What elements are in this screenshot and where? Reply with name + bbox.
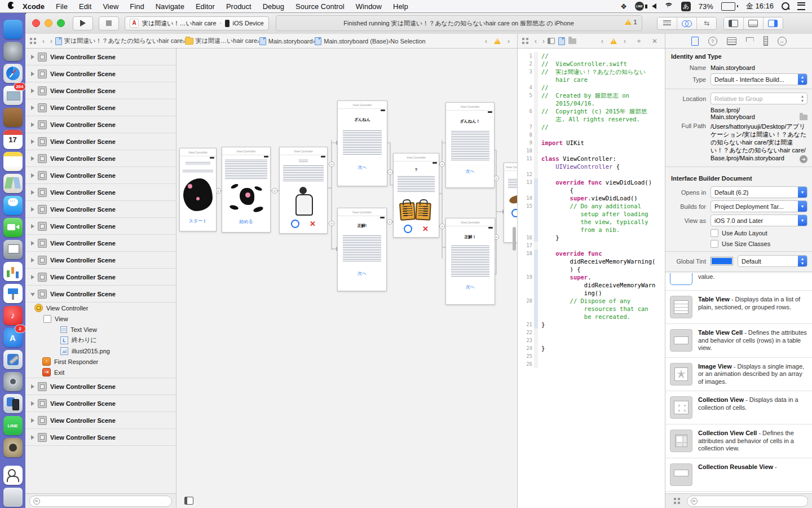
- view-controller-card[interactable]: View Controller正解!次へ: [337, 208, 387, 291]
- outline-scene-row[interactable]: View Controller Scene: [25, 252, 176, 269]
- connections-inspector-tab[interactable]: →: [778, 37, 787, 46]
- outline-filter-field[interactable]: [29, 496, 172, 507]
- disclosure-triangle-icon[interactable]: [31, 106, 34, 110]
- disclosure-triangle-icon[interactable]: [31, 418, 34, 423]
- related-items-icon[interactable]: [522, 38, 528, 44]
- previous-issue-button[interactable]: ‹: [601, 37, 603, 45]
- card-button[interactable]: 次へ: [358, 164, 367, 170]
- breadcrumb-item[interactable]: Main.storyboard (Base): [315, 37, 388, 45]
- card-button[interactable]: 次へ: [465, 168, 474, 174]
- library-filter-field[interactable]: [687, 496, 808, 507]
- version-editor-button[interactable]: ⇆: [697, 17, 716, 29]
- volume-icon[interactable]: [652, 3, 656, 9]
- card-button[interactable]: 次へ: [466, 284, 475, 290]
- canvas-scrollbar[interactable]: [513, 227, 516, 251]
- disclosure-triangle-icon[interactable]: [31, 384, 34, 389]
- outline-scene-row[interactable]: View Controller Scene: [25, 429, 176, 446]
- back-button[interactable]: ‹: [42, 37, 45, 45]
- dock-item-contacts[interactable]: [3, 107, 23, 128]
- menu-item-help[interactable]: Help: [387, 2, 414, 11]
- outline-scene-row[interactable]: View Controller Scene: [25, 235, 176, 252]
- dock-item-app-store[interactable]: A2: [3, 327, 23, 348]
- zoom-window-button[interactable]: [57, 19, 65, 27]
- view-controller-card[interactable]: View Controller？✕: [393, 153, 439, 238]
- view-controller[interactable]: View Controller: [25, 303, 176, 313]
- outline-scene-row[interactable]: View Controller Scene: [25, 184, 176, 201]
- disclosure-triangle-icon[interactable]: [31, 156, 34, 161]
- menu-item-file[interactable]: File: [50, 2, 73, 11]
- card-button[interactable]: 次へ: [358, 270, 367, 277]
- dock-item-hair-care-app[interactable]: [3, 465, 23, 485]
- view-controller-card[interactable]: View Controller正解！次へ: [445, 218, 495, 305]
- library-item-clipped[interactable]: value.: [665, 273, 812, 291]
- correct-button[interactable]: [404, 225, 412, 233]
- library-item-table-view-cell[interactable]: Table View Cell - Defines the attributes…: [665, 324, 812, 358]
- disclosure-triangle-icon[interactable]: [30, 293, 35, 296]
- view-controller-card[interactable]: View Controller✕: [279, 147, 328, 234]
- library-item-image-view[interactable]: Image View - Displays a single image, or…: [665, 358, 812, 392]
- dock-item-facetime[interactable]: [3, 217, 23, 238]
- tint-color-well[interactable]: [710, 257, 733, 265]
- library-item-collection-reusable-view[interactable]: Collection Reusable View -: [665, 458, 812, 492]
- notification-center-icon[interactable]: [797, 2, 805, 10]
- apple-menu[interactable]: [5, 2, 17, 11]
- scheme-selector[interactable]: A 実は間違い！…いhair care › iOS Device: [125, 16, 269, 30]
- menu-item-navigate[interactable]: Navigate: [150, 2, 190, 11]
- disclosure-triangle-icon[interactable]: [31, 139, 34, 144]
- previous-issue-button[interactable]: ‹: [485, 37, 487, 45]
- view-controller-card[interactable]: View Controllerスタート: [179, 148, 217, 231]
- next-issue-button[interactable]: ›: [624, 37, 626, 45]
- dock-item-mail[interactable]: 204: [3, 85, 23, 106]
- toggle-debug-area-button[interactable]: [744, 17, 764, 29]
- type-popup[interactable]: Default - Interface Build...▲▼: [710, 73, 807, 85]
- quick-help-tab[interactable]: ?: [708, 37, 717, 46]
- outline-scene-row[interactable]: View Controller Scene: [25, 378, 176, 395]
- dock-item-line[interactable]: LINE: [3, 415, 23, 436]
- warning-badge[interactable]: 1: [625, 19, 637, 25]
- correct-button[interactable]: [511, 209, 518, 217]
- view-controller-card[interactable]: View Controllerざんねん！次へ: [445, 102, 495, 188]
- card-button[interactable]: 始める: [239, 218, 253, 225]
- menu-item-window[interactable]: Window: [350, 2, 387, 11]
- add-assistant-editor-button[interactable]: ＋: [636, 36, 642, 46]
- dock-item-itunes[interactable]: ♪: [3, 305, 23, 326]
- outline-scene-row[interactable]: View Controller Scene: [25, 65, 176, 82]
- breadcrumb-item[interactable]: Main.storyboard: [259, 37, 313, 45]
- outline-leaf-image[interactable]: illust2015.png: [25, 345, 176, 356]
- dock-item-numbers[interactable]: [3, 261, 23, 282]
- assistant-editor-button[interactable]: [677, 17, 697, 29]
- location-popup[interactable]: Relative to Group▲▼: [710, 93, 807, 104]
- code-editor[interactable]: 1//2// ViewController.swift3// 実は間違い！？あな…: [518, 49, 665, 508]
- disclosure-triangle-icon[interactable]: [31, 207, 34, 212]
- related-items-icon[interactable]: [30, 38, 36, 44]
- disclosure-triangle-icon[interactable]: [31, 55, 34, 59]
- identity-inspector-tab[interactable]: [727, 37, 736, 45]
- close-assistant-editor-button[interactable]: ✕: [652, 37, 657, 45]
- minimize-window-button[interactable]: [45, 19, 52, 27]
- menu-item-edit[interactable]: Edit: [73, 2, 97, 11]
- dock-item-xcode[interactable]: [3, 349, 23, 370]
- disclosure-triangle-icon[interactable]: [31, 224, 34, 229]
- library-item-collection-view-cell[interactable]: Collection View Cell - Defines the attri…: [665, 424, 812, 458]
- forward-button[interactable]: ›: [542, 37, 545, 45]
- correct-button[interactable]: [291, 220, 299, 228]
- outline-scene-row[interactable]: View Controller Scene: [25, 99, 176, 116]
- spotlight-icon[interactable]: [782, 2, 789, 10]
- disclosure-triangle-icon[interactable]: [31, 401, 34, 406]
- buildsfor-popup[interactable]: Project Deployment Tar...▼: [710, 200, 807, 212]
- view[interactable]: View: [25, 313, 176, 324]
- menu-item-source-control[interactable]: Source Control: [290, 2, 350, 11]
- dock-item-camera-app[interactable]: [3, 437, 23, 458]
- disclosure-triangle-icon[interactable]: [31, 258, 34, 262]
- disclosure-triangle-icon[interactable]: [31, 122, 34, 127]
- disclosure-triangle-icon[interactable]: [31, 173, 34, 178]
- outline-scene-row[interactable]: View Controller Scene: [25, 286, 176, 303]
- outline-leaf-textview[interactable]: Text View: [25, 324, 176, 335]
- standard-editor-button[interactable]: [657, 17, 677, 29]
- choose-folder-icon[interactable]: [800, 115, 807, 120]
- dock-item-maps[interactable]: [3, 173, 23, 194]
- wifi-icon[interactable]: [664, 3, 673, 10]
- reveal-in-finder-icon[interactable]: ➜: [800, 155, 807, 163]
- outline-leaf-label[interactable]: L終わりに: [25, 335, 176, 345]
- dock-item-calendar[interactable]: 17: [3, 129, 23, 150]
